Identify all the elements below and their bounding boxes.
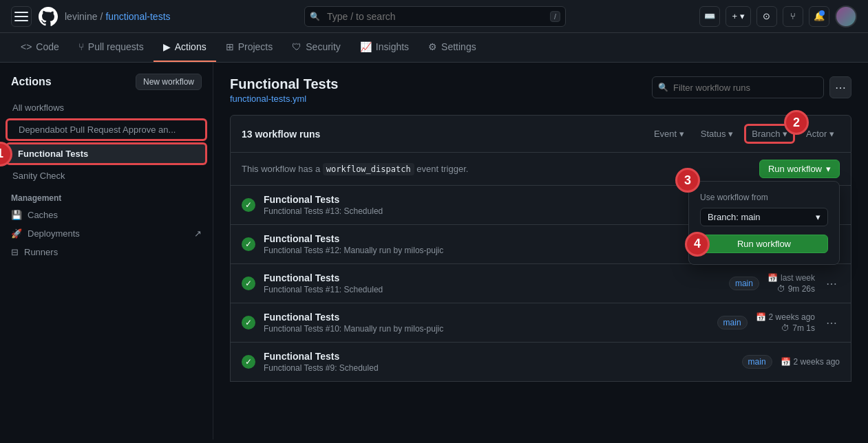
run-workflow-popup: 3 Use workflow from Branch: main ▾ Run w… — [688, 181, 840, 265]
rocket-icon: 🚀 — [11, 228, 22, 239]
cache-icon: 💾 — [11, 210, 22, 220]
dispatch-banner: This workflow has a workflow_dispatch ev… — [230, 153, 851, 186]
more-options-button[interactable]: ⋯ — [829, 76, 851, 98]
run-dots-menu[interactable]: ⋯ — [823, 314, 840, 332]
external-link-icon: ↗ — [194, 228, 202, 239]
nav-code[interactable]: <> Code — [11, 33, 69, 62]
branch-chevron-icon: ▾ — [816, 212, 821, 222]
run-time-info: 📅 last week ⏱ 9m 26s — [768, 273, 815, 294]
run-meta: main 📅 2 weeks ago ⏱ 7m 1s ⋯ — [717, 312, 840, 333]
terminal-button[interactable]: ⌨️ — [699, 6, 720, 27]
run-meta: main 📅 last week ⏱ 9m 26s ⋯ — [729, 273, 840, 294]
pull-requests-button[interactable]: ⑂ — [783, 6, 803, 27]
table-row[interactable]: ✓ Functional Tests Functional Tests #11:… — [230, 264, 851, 303]
sidebar-header: Actions New workflow — [0, 74, 213, 98]
workflow-file-link[interactable]: functional-tests.yml — [230, 94, 338, 104]
success-status-icon: ✓ — [242, 277, 255, 290]
fork-icon: ⑂ — [790, 11, 796, 21]
popup-run-workflow-button[interactable]: Run workflow — [700, 235, 828, 253]
nav-settings[interactable]: ⚙ Settings — [419, 33, 486, 62]
run-time-info: 📅 2 weeks ago — [781, 357, 840, 367]
gear-icon: ⚙ — [428, 41, 437, 52]
nav-pull-requests[interactable]: ⑂ Pull requests — [69, 33, 154, 62]
status-filter-button[interactable]: Status ▾ — [695, 126, 739, 142]
hamburger-icon — [14, 10, 28, 23]
chart-icon: 📈 — [360, 41, 372, 52]
dots-icon: ⋯ — [835, 81, 846, 94]
success-status-icon: ✓ — [242, 355, 255, 369]
repo-separator: / — [100, 11, 103, 22]
run-info: Functional Tests Functional Tests #11: S… — [264, 272, 721, 294]
sidebar: Actions New workflow All workflows Depen… — [0, 63, 213, 440]
play-icon: ▶ — [163, 41, 171, 52]
terminal-icon: ⌨️ — [704, 11, 715, 21]
code-icon: <> — [21, 41, 32, 52]
issues-button[interactable]: ⊙ — [756, 6, 777, 27]
repo-name[interactable]: functional-tests — [105, 11, 170, 22]
sidebar-item-sanity-check[interactable]: Sanity Check — [0, 166, 213, 185]
workflow-title-area: Functional Tests functional-tests.yml — [230, 76, 338, 104]
top-bar-left: levinine / functional-tests — [11, 6, 171, 28]
sidebar-item-deployments[interactable]: 🚀 Deployments ↗ — [0, 224, 213, 243]
clock-icon: ⏱ — [777, 284, 785, 294]
workflow-title: Functional Tests — [230, 76, 338, 92]
calendar-icon: 📅 — [768, 273, 778, 283]
annotation-4: 4 — [685, 232, 710, 257]
new-plus-button[interactable]: + ▾ — [726, 6, 751, 27]
runs-summary-bar: 13 workflow runs Event ▾ Status ▾ Branch… — [230, 115, 851, 153]
success-status-icon: ✓ — [242, 237, 255, 251]
table-row[interactable]: ✓ Functional Tests Functional Tests #10:… — [230, 303, 851, 343]
success-status-icon: ✓ — [242, 316, 255, 329]
run-workflow-button[interactable]: Run workflow ▾ — [759, 160, 840, 178]
notification-dot — [819, 10, 825, 16]
nav-projects[interactable]: ⊞ Projects — [216, 33, 283, 62]
search-bar: 🔍 / — [304, 6, 566, 27]
branch-badge: main — [742, 355, 772, 369]
search-kbd-hint: / — [550, 11, 560, 22]
sidebar-item-all-workflows[interactable]: All workflows — [0, 98, 213, 117]
annotation-2: 2 — [784, 110, 809, 135]
run-dots-menu[interactable]: ⋯ — [823, 274, 840, 293]
notifications-button[interactable]: 🔔 — [809, 6, 829, 27]
sidebar-item-caches[interactable]: 💾 Caches — [0, 206, 213, 224]
circle-icon: ⊙ — [763, 11, 770, 21]
search-wrapper: 🔍 / — [304, 6, 566, 27]
run-meta: main 📅 2 weeks ago — [742, 355, 840, 369]
content: Functional Tests functional-tests.yml 🔍 … — [213, 63, 868, 440]
nav-insights[interactable]: 📈 Insights — [350, 33, 419, 62]
content-header: Functional Tests functional-tests.yml 🔍 … — [213, 63, 868, 104]
search-icon: 🔍 — [310, 12, 320, 21]
calendar-icon: 📅 — [781, 357, 791, 367]
filter-input-wrapper: 🔍 — [652, 76, 824, 98]
sidebar-item-runners[interactable]: ⊟ Runners — [0, 243, 213, 261]
run-info: Functional Tests Functional Tests #10: M… — [264, 312, 709, 334]
sidebar-item-functional-tests[interactable]: Functional Tests — [6, 142, 207, 165]
sidebar-item-dependabot[interactable]: Dependabot Pull Request Approve an... — [6, 118, 207, 141]
pr-icon: ⑂ — [78, 41, 84, 52]
run-workflow-area: Run workflow ▾ 3 Use workflow from Branc… — [759, 160, 840, 178]
sidebar-title: Actions — [11, 76, 52, 88]
branch-select[interactable]: Branch: main ▾ — [700, 208, 828, 226]
repo-nav: <> Code ⑂ Pull requests ▶ Actions ⊞ Proj… — [0, 33, 868, 63]
table-icon: ⊞ — [226, 41, 234, 52]
github-logo — [37, 6, 59, 28]
annotation-1: 1 — [0, 142, 12, 166]
sidebar-management-label: Management — [0, 185, 213, 206]
filter-input[interactable] — [652, 76, 824, 98]
event-filter-button[interactable]: Event ▾ — [648, 126, 690, 142]
run-time-info: 📅 2 weeks ago ⏱ 7m 1s — [756, 312, 815, 333]
global-search-input[interactable] — [304, 6, 566, 27]
top-bar: levinine / functional-tests 🔍 / ⌨️ + ▾ ⊙… — [0, 0, 868, 33]
repo-owner[interactable]: levinine — [65, 11, 97, 22]
new-workflow-button[interactable]: New workflow — [136, 74, 202, 90]
nav-actions[interactable]: ▶ Actions — [154, 33, 216, 62]
table-row[interactable]: ✓ Functional Tests Functional Tests #9: … — [230, 343, 851, 382]
filter-controls: Event ▾ Status ▾ Branch ▾ 2 Actor ▾ — [648, 124, 840, 144]
calendar-icon: 📅 — [756, 312, 766, 322]
avatar[interactable] — [835, 6, 857, 28]
main-layout: Actions New workflow All workflows Depen… — [0, 63, 868, 440]
nav-security[interactable]: 🛡 Security — [282, 33, 350, 62]
hamburger-menu-button[interactable] — [11, 6, 32, 27]
plus-icon: + — [732, 11, 737, 21]
filter-bar: 🔍 ⋯ — [652, 76, 851, 98]
